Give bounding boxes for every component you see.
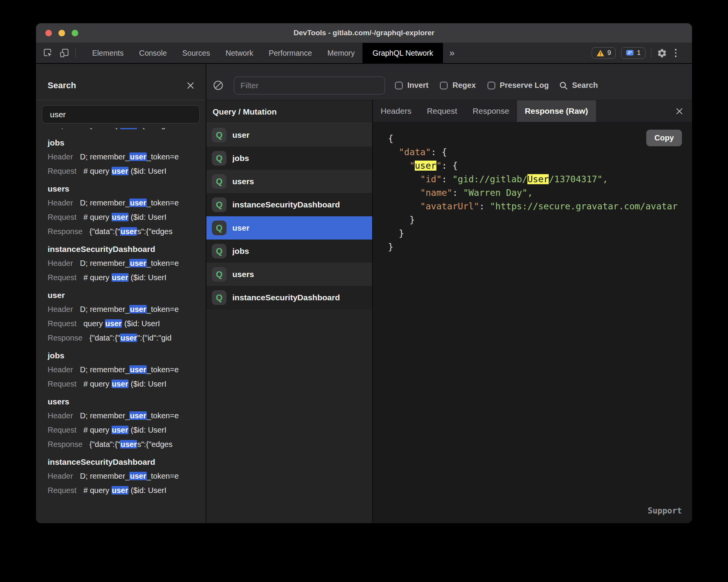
json-line: "user": { <box>388 159 685 173</box>
query-list-item[interactable]: QinstanceSecurityDashboard <box>206 193 372 216</box>
regex-checkbox[interactable]: Regex <box>440 81 476 90</box>
query-list-item[interactable]: Quser <box>206 123 372 147</box>
traffic-lights <box>45 23 78 43</box>
devtools-tab-graphql-network[interactable]: GraphQL Network <box>362 43 443 63</box>
response-panel: HeadersRequestResponseResponse (Raw) Cop… <box>373 100 692 523</box>
query-list-item[interactable]: Quser <box>206 216 372 240</box>
network-toolbar: InvertRegexPreserve Log Search <box>206 64 692 100</box>
match-highlight: user <box>112 273 129 282</box>
response-tab-headers[interactable]: Headers <box>373 100 419 122</box>
devtools-tab-elements[interactable]: Elements <box>84 43 131 63</box>
close-window-button[interactable] <box>45 30 52 36</box>
checkbox-box[interactable] <box>488 82 495 89</box>
result-line[interactable]: Request# query user ($id: UserI <box>48 377 206 391</box>
result-line[interactable]: Request# query user ($id: UserI <box>48 164 206 178</box>
invert-checkbox[interactable]: Invert <box>395 81 428 90</box>
result-line[interactable]: HeaderD; remember_user_token=e <box>48 256 206 270</box>
checkbox-box[interactable] <box>395 82 403 89</box>
query-label: jobs <box>232 246 249 256</box>
preserve-log-checkbox[interactable]: Preserve Log <box>488 81 549 90</box>
result-line[interactable]: HeaderD; remember_user_token=e <box>48 302 206 317</box>
toolbar-divider <box>76 48 76 58</box>
query-list-item[interactable]: Qjobs <box>206 240 372 263</box>
query-type-badge: Q <box>212 151 227 166</box>
devtools-tab-memory[interactable]: Memory <box>320 43 362 63</box>
query-type-badge: Q <box>212 244 227 258</box>
response-tab-response[interactable]: Response <box>465 100 517 122</box>
search-input[interactable] <box>42 105 200 123</box>
result-line[interactable]: Response{"data":{"users":{"edges <box>48 437 206 452</box>
toolbar-options: InvertRegexPreserve Log <box>395 81 549 90</box>
warnings-badge[interactable]: 9 <box>592 47 616 59</box>
result-line-value: D; remember_user_token=e <box>80 411 179 420</box>
query-label: instanceSecurityDashboard <box>232 200 340 209</box>
result-line[interactable]: Response{"data":{"users":{"edges <box>48 224 206 239</box>
checkbox-label: Preserve Log <box>500 81 549 90</box>
query-list-item[interactable]: QinstanceSecurityDashboard <box>206 286 372 309</box>
query-list-item[interactable]: Qjobs <box>206 147 372 170</box>
search-panel-title: Search <box>48 80 76 91</box>
devtools-tab-console[interactable]: Console <box>131 43 175 63</box>
search-panel: Search Response{"data":{"user":{"id":"gi… <box>36 64 206 523</box>
result-line[interactable]: Requestquery user ($id: UserI <box>48 317 206 331</box>
result-line-label: Response <box>48 440 82 448</box>
result-line[interactable]: HeaderD; remember_user_token=e <box>48 409 206 423</box>
query-type-badge: Q <box>212 174 227 189</box>
query-type-badge: Q <box>212 128 227 142</box>
result-line-label: Response <box>48 334 82 342</box>
result-line[interactable]: HeaderD; remember_user_token=e <box>48 150 206 164</box>
json-line: "name": "Warren Day", <box>388 186 685 200</box>
devtools-tab-sources[interactable]: Sources <box>175 43 218 63</box>
device-toolbar-icon[interactable] <box>59 48 69 58</box>
settings-gear-icon[interactable] <box>657 48 667 58</box>
checkbox-label: Regex <box>452 81 476 90</box>
filter-input[interactable] <box>234 77 385 94</box>
result-line-value: {"data":{"user":{"id":"gid <box>89 128 172 129</box>
result-line-value: D; remember_user_token=e <box>80 152 179 161</box>
window-title: DevTools - gitlab.com/-/graphql-explorer <box>294 29 434 37</box>
query-type-badge: Q <box>212 290 227 305</box>
result-line-label: Request <box>48 213 77 221</box>
inspect-element-icon[interactable] <box>43 48 53 58</box>
toolbar-search[interactable]: Search <box>559 81 598 90</box>
query-label: users <box>232 177 254 186</box>
result-line[interactable]: Response{"data":{"user":{"id":"gid <box>48 128 206 132</box>
json-line: } <box>388 240 685 254</box>
result-line-value: D; remember_user_token=e <box>80 305 179 313</box>
result-line[interactable]: Request# query user ($id: UserI <box>48 270 206 285</box>
minimize-window-button[interactable] <box>58 30 65 36</box>
result-line[interactable]: Response{"data":{"user":{"id":"gid <box>48 331 206 345</box>
clear-log-icon[interactable] <box>213 80 224 91</box>
close-search-icon[interactable] <box>186 81 195 90</box>
result-line[interactable]: HeaderD; remember_user_token=e <box>48 363 206 377</box>
checkbox-box[interactable] <box>440 82 448 89</box>
result-section-title: jobs <box>48 135 206 150</box>
response-tab-response-raw[interactable]: Response (Raw) <box>517 100 596 122</box>
result-line[interactable]: HeaderD; remember_user_token=e <box>48 196 206 210</box>
query-label: users <box>232 270 254 279</box>
response-tab-request[interactable]: Request <box>419 100 465 122</box>
kebab-menu-icon[interactable] <box>673 49 679 57</box>
result-line[interactable]: Request# query user ($id: UserI <box>48 210 206 224</box>
result-section-title: users <box>48 181 206 196</box>
more-tabs-chevron[interactable]: » <box>443 43 460 63</box>
copy-button[interactable]: Copy <box>646 130 682 146</box>
checkbox-label: Invert <box>407 81 428 90</box>
close-response-icon[interactable] <box>667 100 692 122</box>
result-line-value: D; remember_user_token=e <box>80 365 179 374</box>
support-link[interactable]: Support <box>647 504 682 518</box>
result-line-label: Header <box>48 199 73 207</box>
devtools-tab-network[interactable]: Network <box>218 43 261 63</box>
result-line[interactable]: Request# query user ($id: UserI <box>48 423 206 437</box>
devtools-tab-performance[interactable]: Performance <box>261 43 320 63</box>
issues-badge[interactable]: 1 <box>621 47 645 59</box>
zoom-window-button[interactable] <box>72 30 78 36</box>
result-line[interactable]: HeaderD; remember_user_token=e <box>48 469 206 483</box>
match-highlight: user <box>120 227 137 236</box>
query-list-item[interactable]: Qusers <box>206 170 372 193</box>
search-results: Response{"data":{"user":{"id":"gidjobsHe… <box>36 128 206 523</box>
query-type-badge: Q <box>212 221 227 235</box>
result-line-label: Header <box>48 305 73 313</box>
query-list-item[interactable]: Qusers <box>206 263 372 286</box>
result-line[interactable]: Request# query user ($id: UserI <box>48 483 206 498</box>
